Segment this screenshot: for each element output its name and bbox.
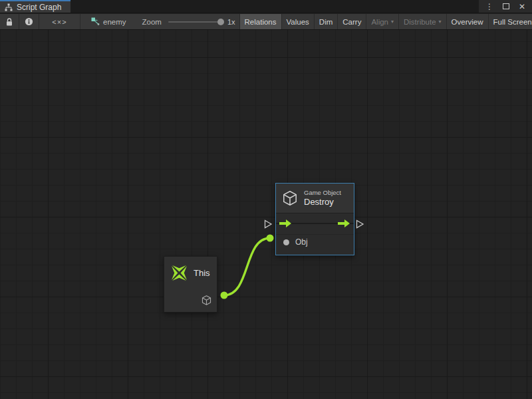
node-category: Game Object [304, 189, 341, 197]
node-destroy-header[interactable]: Game Object Destroy [276, 184, 354, 213]
node-this-header: This [164, 257, 217, 282]
zoom-slider[interactable] [168, 21, 221, 23]
script-graph-window: Script Graph ⋮ ✕ <×> [0, 0, 532, 399]
obj-port-label: Obj [295, 237, 308, 247]
connection-wire[interactable] [224, 238, 270, 295]
node-title: This [194, 268, 210, 278]
wire-source-port[interactable] [221, 292, 228, 299]
maximize-icon[interactable] [503, 3, 509, 9]
code-view-button[interactable]: <×> [39, 14, 80, 29]
self-output-cube-icon[interactable] [201, 295, 212, 306]
obj-port-icon[interactable] [283, 239, 289, 245]
chevron-down-icon: ▾ [439, 19, 442, 25]
node-title: Destroy [304, 197, 341, 207]
connections-overlay [0, 30, 532, 399]
info-button[interactable] [19, 14, 39, 29]
overview-button[interactable]: Overview [447, 14, 489, 29]
graph-icon [5, 3, 13, 11]
chevron-down-icon: ▾ [391, 19, 394, 25]
this-icon [170, 264, 188, 282]
flow-output-port-triangle-icon[interactable] [357, 221, 364, 228]
info-icon [25, 17, 33, 26]
lock-icon [5, 17, 13, 27]
graph-canvas[interactable]: Game Object Destroy Obj [0, 30, 532, 399]
zoom-value: 1x [227, 18, 235, 26]
node-destroy[interactable]: Game Object Destroy Obj [275, 183, 354, 255]
code-view-icon: <×> [52, 18, 66, 26]
tab-bar: Script Graph ⋮ ✕ [0, 0, 532, 13]
dim-button[interactable]: Dim [315, 14, 338, 29]
lock-button[interactable] [0, 14, 19, 29]
wire-target-port[interactable] [267, 235, 274, 242]
relations-button[interactable]: Relations [240, 14, 282, 29]
subgraph-icon [91, 17, 100, 26]
close-icon[interactable]: ✕ [519, 3, 525, 11]
menu-icon[interactable]: ⋮ [485, 3, 493, 11]
tab-script-graph[interactable]: Script Graph [0, 0, 70, 13]
zoom-label: Zoom [142, 18, 162, 26]
align-button[interactable]: Align ▾ [366, 14, 399, 29]
flow-input-port-triangle-icon[interactable] [265, 221, 272, 228]
node-destroy-flow-row [276, 213, 354, 235]
game-object-cube-icon [281, 190, 299, 207]
tab-title: Script Graph [17, 3, 61, 12]
zoom-slider-handle[interactable] [217, 19, 224, 25]
node-destroy-obj-row: Obj [276, 235, 354, 247]
flow-input-arrow-icon[interactable] [279, 219, 292, 228]
window-controls: ⋮ ✕ [479, 0, 532, 13]
graph-toolbar: <×> enemy Zoom 1x Relations Values Dim C… [0, 14, 532, 30]
distribute-button[interactable]: Distribute ▾ [399, 14, 447, 29]
values-button[interactable]: Values [282, 14, 315, 29]
full-screen-button[interactable]: Full Screen [489, 14, 532, 29]
graph-breadcrumb[interactable]: enemy [91, 14, 126, 29]
zoom-control: Zoom 1x [142, 14, 239, 29]
graph-name: enemy [103, 18, 126, 26]
node-this[interactable]: This [164, 256, 217, 313]
carry-button[interactable]: Carry [338, 14, 366, 29]
flow-output-arrow-icon[interactable] [338, 219, 350, 228]
node-destroy-titles: Game Object Destroy [304, 189, 341, 207]
toolbar-button-group: Relations Values Dim Carry Align ▾ Distr… [239, 14, 532, 29]
